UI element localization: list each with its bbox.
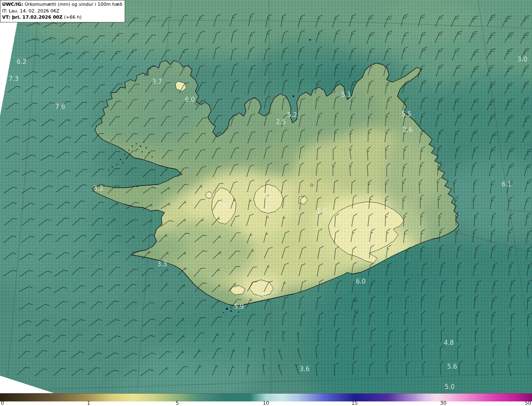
- colorbar-tick-1: 1: [87, 400, 91, 406]
- precip-value-label: 5.1: [341, 91, 351, 98]
- precip-value-label: 2.0: [264, 193, 274, 200]
- colorbar-tick-50: 50: [525, 400, 531, 406]
- colorbar-tick-15: 15: [352, 400, 358, 406]
- valid-time-line: VT: þri. 17.02.2026 00Z (+66 h): [2, 14, 122, 21]
- init-time-line: IT: Lau. 14. 02. 2026 06Z: [2, 8, 122, 15]
- map-canvas: 6.27.37.63.76.05.22.55.15.52.63.03.23.42…: [0, 0, 532, 406]
- precip-value-label: 5.9: [234, 303, 244, 311]
- precip-value-label: 5.6: [447, 363, 457, 370]
- product-code: UWC/IG:: [2, 2, 23, 7]
- precip-value-label: 5.5: [401, 110, 411, 118]
- colorbar-tick-5: 5: [176, 400, 179, 406]
- precip-value-label: 5.0: [445, 383, 455, 391]
- precip-value-label: 3.4: [217, 203, 227, 210]
- precip-value-label: 1.8: [256, 291, 266, 299]
- weather-map-viewport: 6.27.37.63.76.05.22.55.15.52.63.03.23.42…: [0, 0, 532, 406]
- colorbar-tick-10: 10: [263, 400, 269, 406]
- precip-value-label: 2.5: [276, 118, 286, 126]
- title-line: UWC/IG: Úrkomumætti (mm) og vindur i 100…: [2, 1, 122, 8]
- colorbar-tick-labels: 01510153050: [0, 401, 532, 406]
- precip-value-label: 2.6: [403, 126, 413, 134]
- precip-value-label: 6.0: [185, 96, 195, 103]
- colorbar-tick-0: 0: [1, 400, 4, 406]
- precip-value-label: 1.7: [317, 207, 327, 215]
- precip-value-label: 4.8: [444, 339, 454, 347]
- precip-value-label: 7.3: [9, 75, 19, 83]
- precip-value-label: 5.2: [287, 111, 297, 119]
- precip-value-label: 3.2: [94, 185, 103, 192]
- product-title: Úrkomumætti (mm) og vindur i 100m hæð: [23, 2, 123, 7]
- precip-value-label: 6.0: [356, 278, 366, 285]
- precip-value-label: 6.2: [17, 58, 27, 66]
- precip-value-label: 7.6: [55, 103, 65, 110]
- precip-value-label: 3.0: [517, 56, 527, 63]
- colorbar: 01510153050: [0, 393, 532, 406]
- precip-value-label: 3.3: [157, 260, 167, 268]
- precip-value-label: 3.7: [152, 78, 162, 86]
- colorbar-tick-30: 30: [440, 400, 446, 406]
- precip-value-label: 6.1: [502, 181, 512, 188]
- title-box: UWC/IG: Úrkomumætti (mm) og vindur i 100…: [0, 0, 125, 22]
- precip-value-label: 3.6: [300, 365, 310, 373]
